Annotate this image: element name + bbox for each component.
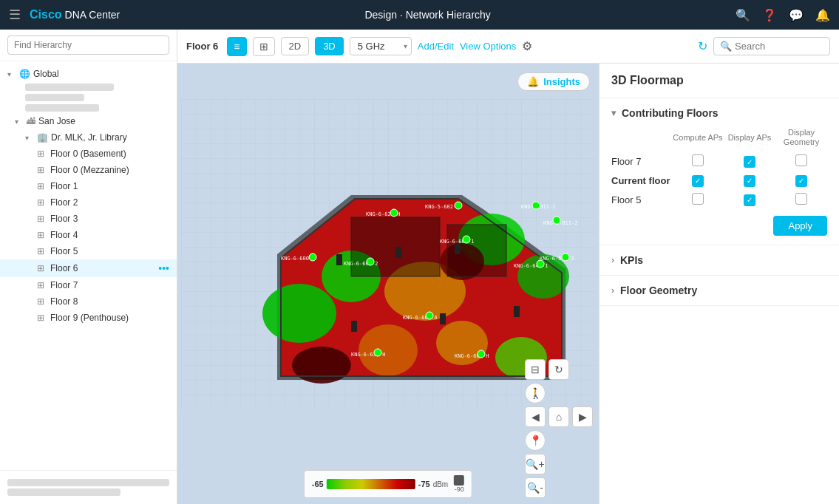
cf-compute-current[interactable]: ✓ [672, 174, 724, 187]
sidebar-item-san-jose[interactable]: ▾ 🏙 San Jose [0, 113, 177, 129]
sidebar-item-floor-3[interactable]: ⊞ Floor 3 [0, 211, 177, 227]
legend-right-value: -75 [418, 480, 430, 488]
svg-point-11 [292, 347, 351, 384]
view-options-link[interactable]: View Options [460, 41, 516, 52]
svg-rect-17 [395, 247, 401, 258]
sidebar-item-floor-6[interactable]: ⊞ Floor 6 ••• [0, 259, 177, 277]
sidebar-item-floor-0-basement[interactable]: ⊞ Floor 0 (Basement) [0, 146, 177, 162]
sidebar-item-floor-1[interactable]: ⊞ Floor 1 [0, 178, 177, 194]
floor-geometry-label: Floor Geometry [620, 285, 697, 296]
cf-display-aps-current[interactable]: ✓ [724, 174, 775, 187]
find-hierarchy-input[interactable] [7, 35, 169, 55]
pan-left-icon[interactable]: ◀ [525, 406, 546, 427]
view-list-button[interactable]: ≡ [227, 37, 246, 56]
svg-point-44 [374, 349, 381, 356]
main-split: 🔔 Insights [177, 64, 839, 504]
sidebar-item-label: Floor 0 (Basement) [50, 149, 169, 159]
global-icon: 🌐 [19, 69, 30, 79]
more-options-icon[interactable]: ••• [158, 262, 169, 274]
toolbar: Floor 6 ≡ ⊞ 2D 3D 5 GHz 2.4 GHz 6 GHz ▾ … [177, 30, 839, 64]
add-edit-link[interactable]: Add/Edit [418, 41, 454, 52]
floor-icon: ⊞ [37, 230, 44, 240]
cf-display-geo-floor7[interactable] [775, 154, 827, 168]
blurred-item [25, 84, 114, 91]
person-icon[interactable]: 🚶 [525, 383, 546, 403]
sidebar-item-floor-4[interactable]: ⊞ Floor 4 [0, 227, 177, 243]
svg-point-34 [532, 202, 540, 209]
rotate-icon[interactable]: ↻ [548, 359, 569, 380]
sidebar-item-global[interactable]: ▾ 🌐 Global [0, 66, 177, 82]
contributing-floors-section: ▾ Contributing Floors Compute APs Displa… [599, 98, 839, 245]
nav-icons: 🔍 ❓ 💬 🔔 [736, 8, 830, 22]
cf-compute-floor5[interactable] [672, 193, 724, 207]
cf-floor-name: Current floor [611, 175, 672, 186]
contributing-floors-header[interactable]: ▾ Contributing Floors [599, 98, 839, 128]
top-nav: ☰ Cisco DNA Center Design · Network Hier… [0, 0, 839, 30]
contributing-floors-content: Compute APs Display APs Display Geometry… [599, 128, 839, 245]
sidebar-item-label: San Jose [38, 116, 169, 126]
home-icon[interactable]: ⌂ [548, 406, 569, 427]
chat-icon[interactable]: 💬 [789, 8, 804, 22]
chevron-down-icon: ▾ [7, 70, 16, 78]
floor-icon: ⊞ [37, 149, 44, 159]
search-input[interactable] [735, 41, 823, 52]
bell-icon[interactable]: 🔔 [815, 8, 830, 22]
help-icon[interactable]: ❓ [762, 8, 777, 22]
svg-point-37 [390, 209, 398, 217]
right-panel-header: 3D Floormap [599, 64, 839, 98]
zoom-in-icon[interactable]: 🔍+ [525, 454, 546, 474]
search-icon: 🔍 [720, 41, 732, 52]
cf-display-geo-current[interactable]: ✓ [775, 174, 827, 187]
right-panel: 3D Floormap ▾ Contributing Floors Comput… [599, 64, 839, 504]
cf-display-aps-floor5[interactable]: ✓ [724, 194, 775, 206]
cf-display-geo-floor5[interactable] [775, 193, 827, 207]
svg-point-45 [478, 350, 485, 358]
menu-icon[interactable]: ☰ [9, 7, 21, 23]
insights-label: Insights [543, 76, 580, 87]
refresh-icon[interactable]: ↻ [698, 39, 707, 53]
chevron-right-icon: › [611, 285, 614, 296]
sidebar-item-floor-2[interactable]: ⊞ Floor 2 [0, 194, 177, 211]
layers-icon[interactable]: ⊟ [525, 359, 546, 380]
brand-dna: DNA Center [65, 9, 120, 21]
location-icon[interactable]: 📍 [525, 430, 546, 451]
kpis-header[interactable]: › KPIs [599, 245, 839, 275]
btn-2d[interactable]: 2D [281, 37, 310, 55]
legend-bar: -65 -75 dBm -90 [304, 470, 472, 498]
floor-icon: ⊞ [37, 296, 44, 307]
floor-label: Floor 6 [186, 41, 218, 52]
page-title: Design · Network Hierarchy [129, 9, 727, 21]
col-display-geo: Display Geometry [775, 128, 827, 147]
pan-right-icon[interactable]: ▶ [572, 406, 593, 427]
cf-floor-name: Floor 7 [611, 156, 672, 167]
svg-point-9 [359, 324, 418, 376]
sidebar-item-floor-9-penthouse[interactable]: ⊞ Floor 9 (Penthouse) [0, 310, 177, 326]
frequency-select[interactable]: 5 GHz 2.4 GHz 6 GHz [350, 37, 412, 55]
sidebar-bottom [0, 470, 177, 504]
sidebar-item-mlk-library[interactable]: ▾ 🏢 Dr. MLK, Jr. Library [0, 129, 177, 146]
cf-compute-floor7[interactable] [672, 154, 724, 168]
chevron-down-icon: ▾ [611, 108, 616, 118]
col-compute-aps: Compute APs [672, 133, 724, 143]
sidebar: ▾ 🌐 Global ▾ 🏙 San Jose ▾ 🏢 Dr. MLK, Jr.… [0, 30, 177, 504]
sidebar-item-floor-8[interactable]: ⊞ Floor 8 [0, 293, 177, 310]
apply-button[interactable]: Apply [773, 216, 827, 236]
brand: Cisco DNA Center [30, 8, 120, 21]
view-grid-button[interactable]: ⊞ [253, 37, 275, 56]
sidebar-item-floor-5[interactable]: ⊞ Floor 5 [0, 243, 177, 259]
chevron-down-icon: ▾ [25, 134, 34, 142]
sidebar-item-floor-7[interactable]: ⊞ Floor 7 [0, 277, 177, 293]
building-icon: 🏢 [37, 132, 48, 143]
cf-row-floor7: Floor 7 ✓ [611, 151, 827, 171]
kpis-section: › KPIs [599, 245, 839, 276]
search-nav-icon[interactable]: 🔍 [736, 8, 750, 22]
legend-unit: dBm [433, 480, 449, 488]
floor-icon: ⊞ [37, 313, 44, 323]
gear-icon[interactable]: ⚙ [522, 39, 532, 53]
btn-3d[interactable]: 3D [315, 37, 344, 55]
sidebar-item-floor-0-mezzanine[interactable]: ⊞ Floor 0 (Mezzanine) [0, 162, 177, 178]
zoom-out-icon[interactable]: 🔍- [525, 477, 546, 498]
cf-display-aps-floor7[interactable]: ✓ [724, 156, 775, 168]
floor-geometry-header[interactable]: › Floor Geometry [599, 276, 839, 305]
insights-button[interactable]: 🔔 Insights [517, 72, 590, 91]
